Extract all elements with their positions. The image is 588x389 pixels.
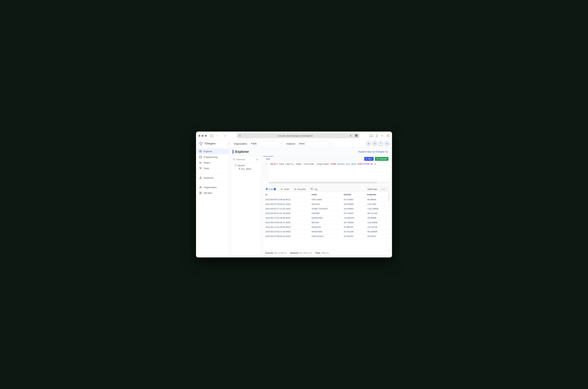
sidebar: ExplorerProgrammingTopicsToolsInstancesO… [196, 147, 229, 258]
editor-actions: ▸Run ★Favorite [364, 157, 390, 161]
results-panel: Grid i Chart ★ Favorites [263, 187, 390, 255]
h-scroll-thumb[interactable] [268, 182, 377, 183]
sidebar-item-organization[interactable]: Organization [196, 185, 229, 190]
instance-select[interactable]: Demo [297, 141, 331, 146]
table-row[interactable]: 2023-09-02T03:37:44.545ZMANITOBA29.74143… [263, 229, 390, 234]
results-table-wrap[interactable]: tsnamelatitudelongitude 2023-09-08T13:09… [263, 192, 390, 251]
svg-point-17 [201, 145, 201, 145]
star-icon: ★ [294, 188, 296, 191]
result-tabs: Grid i Chart ★ Favorites [263, 187, 390, 192]
user-avatar[interactable]: H [385, 141, 389, 146]
svg-point-33 [201, 194, 202, 194]
org-icon [199, 186, 202, 189]
sql-editor: SQL ▸Run ★Favorite 1 SELECT last_row(ts,… [263, 156, 390, 184]
sidebar-item-dbmart[interactable]: DB Mart [196, 190, 229, 196]
v-scrollbar[interactable] [388, 193, 389, 201]
id-icon[interactable]: iD [370, 134, 373, 137]
tree-table-node[interactable]: ▸ ais_data [232, 167, 260, 171]
col-ts[interactable]: ts [263, 192, 309, 197]
sidebar-item-tools[interactable]: Tools [196, 165, 229, 171]
sidebar-item-label: Explorer [204, 150, 212, 153]
code-line[interactable]: SELECT last_row(ts, name, latitude, long… [268, 162, 390, 181]
tab-favorites[interactable]: ★ Favorites [292, 187, 308, 192]
cli-link[interactable]: Explorer data via TDengine CLI [359, 151, 388, 153]
svg-rect-4 [239, 136, 240, 136]
col-name[interactable]: name [309, 192, 342, 197]
brand-name: TDengine [204, 142, 216, 145]
sidebar-item-explorer[interactable]: Explorer [196, 149, 229, 154]
url-bar[interactable]: console.cloud.tdengine.com/explorer [237, 133, 360, 138]
table-header-row: tsnamelatitudelongitude [263, 192, 390, 197]
chevron-down-icon[interactable] [217, 134, 220, 137]
table-row[interactable]: 2023-09-08T13:09:34.951ZSAN SABA29.37596… [263, 197, 390, 202]
chrome-actions: iD [370, 134, 390, 137]
sidebar-item-programming[interactable]: Programming [196, 154, 229, 160]
brand-logo[interactable]: TDengine [199, 141, 227, 146]
svg-rect-37 [266, 188, 268, 190]
sidebar-item-instances[interactable]: Instances [196, 175, 229, 181]
table-row[interactable]: 2023-09-04T05:45:27.935ZMALIKA33.720856-… [263, 220, 390, 225]
sidebar-item-topics[interactable]: Topics [196, 160, 229, 165]
help-icon[interactable]: ? [378, 141, 383, 146]
export-button[interactable]: Export [379, 187, 388, 191]
sidebar-item-label: DB Mart [204, 192, 212, 194]
svg-point-16 [201, 142, 201, 142]
tab-grid[interactable]: Grid i [263, 187, 278, 192]
status-bar: Execute: 952.21786 ms Network: 445.78214… [263, 251, 390, 255]
page-header: Explorer Explorer data via TDengine CLI [229, 150, 392, 156]
code-area[interactable]: 1 SELECT last_row(ts, name, latitude, lo… [263, 162, 390, 181]
tab-chart[interactable]: Chart [278, 187, 292, 192]
svg-point-34 [233, 158, 235, 159]
table-row[interactable]: 2023-09-07T18:05:01.230ZSELENA33.678585-… [263, 202, 390, 206]
run-button[interactable]: ▸Run [364, 157, 374, 161]
tree-db-node[interactable]: ▾ vessel [232, 164, 260, 167]
sidebar-item-label: Tools [204, 167, 209, 170]
svg-point-27 [200, 188, 200, 188]
instance-label: Instance: [286, 142, 295, 145]
databases-header: Databases [231, 156, 261, 162]
traffic-light-min[interactable] [202, 135, 204, 137]
expand-icon: ▾ [232, 165, 234, 166]
share-icon[interactable] [375, 134, 378, 137]
expand-icon: ▸ [236, 168, 238, 170]
favorite-button[interactable]: ★Favorite [375, 157, 388, 161]
bars-icon [199, 162, 202, 164]
databases-panel: Databases ▾ vessel ▸ [231, 156, 261, 255]
instance-value: Demo [299, 142, 305, 145]
more-icon[interactable] [355, 134, 358, 137]
col-longitude[interactable]: longitude [365, 192, 390, 197]
table-row[interactable]: 2023-08-11T22:40:06.942ZQUERANDI-34.5929… [263, 216, 390, 220]
back-button[interactable] [224, 134, 227, 137]
sidebar-toggle-icon[interactable] [209, 134, 214, 137]
table-row[interactable]: 2023-08-30T22:51:03.834ZGOSIER29.715307-… [263, 211, 390, 216]
svg-point-23 [200, 177, 201, 177]
databases-label: Databases [236, 158, 245, 161]
refresh-button[interactable] [255, 158, 259, 161]
app-window: console.cloud.tdengine.com/explorer iD T… [196, 131, 392, 258]
traffic-light-close[interactable] [198, 135, 200, 137]
svg-point-32 [199, 194, 200, 194]
svg-point-35 [235, 164, 236, 165]
tabs-icon[interactable] [386, 134, 390, 137]
org-select[interactable]: Public [249, 141, 283, 146]
table-row[interactable]: 2023-09-01T17:23:24.145ZSOME TUESDAY33.6… [263, 206, 390, 211]
table-row[interactable]: 2023-08-11T22:39:54.492ZSEQUOIA37.668797… [263, 225, 390, 229]
svg-rect-6 [350, 135, 351, 136]
bell-icon[interactable] [366, 141, 371, 146]
instance-selector-group: Instance: Demo [286, 141, 331, 146]
collapse-sidebar-button[interactable] [227, 142, 230, 145]
db-icon [235, 164, 237, 167]
traffic-light-max[interactable] [205, 135, 207, 137]
tab-log[interactable]: Log [308, 187, 320, 192]
chart-icon [199, 150, 202, 153]
col-latitude[interactable]: latitude [342, 192, 365, 197]
rows-count: 1000 rows [367, 188, 377, 191]
table-row[interactable]: 2023-09-07T00:09:18.344ZONE EAGLE32.0347… [263, 234, 390, 239]
dashboard-icon[interactable] [372, 141, 377, 146]
svg-point-28 [201, 188, 201, 188]
sidebar-item-label: Topics [204, 162, 210, 164]
new-tab-icon[interactable] [381, 134, 384, 137]
tab-sql[interactable]: SQL [263, 156, 273, 162]
log-icon [311, 188, 313, 191]
h-scrollbar[interactable] [268, 182, 389, 184]
